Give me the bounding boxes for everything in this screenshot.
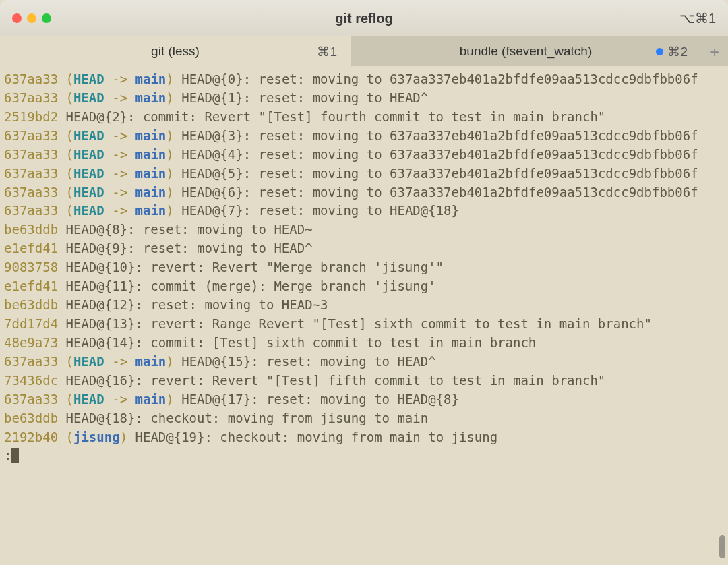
tab-label: git (less) bbox=[151, 44, 200, 59]
paren-open: ( bbox=[66, 128, 73, 143]
tab-shortcut-text: ⌘2 bbox=[667, 44, 688, 59]
traffic-lights bbox=[0, 13, 51, 23]
reflog-line: 637aa33 (HEAD -> main) HEAD@{6}: reset: … bbox=[4, 183, 724, 202]
branch-name: main bbox=[135, 354, 166, 369]
paren-close: ) bbox=[166, 71, 173, 86]
reflog-line: 2519bd2 HEAD@{2}: commit: Revert "[Test]… bbox=[4, 108, 724, 127]
commit-hash: 637aa33 bbox=[4, 147, 58, 162]
commit-hash: 637aa33 bbox=[4, 392, 58, 407]
arrow-icon: -> bbox=[104, 354, 135, 369]
reflog-line: 637aa33 (HEAD -> main) HEAD@{5}: reset: … bbox=[4, 165, 724, 183]
reflog-line: be63ddb HEAD@{18}: checkout: moving from… bbox=[4, 409, 724, 428]
branch-name: main bbox=[135, 166, 166, 181]
commit-hash: 637aa33 bbox=[4, 166, 58, 181]
close-window-button[interactable] bbox=[12, 13, 22, 23]
tab-label: bundle (fsevent_watch) bbox=[460, 44, 592, 59]
reflog-message: HEAD@{15}: reset: moving to HEAD^ bbox=[181, 354, 436, 369]
reflog-line: be63ddb HEAD@{12}: reset: moving to HEAD… bbox=[4, 296, 724, 315]
branch-name: main bbox=[135, 203, 166, 218]
reflog-line: 637aa33 (HEAD -> main) HEAD@{17}: reset:… bbox=[4, 390, 724, 409]
reflog-message: HEAD@{5}: reset: moving to 637aa337eb401… bbox=[181, 166, 698, 181]
reflog-message: HEAD@{11}: commit (merge): Merge branch … bbox=[66, 278, 436, 293]
reflog-line: 48e9a73 HEAD@{14}: commit: [Test] sixth … bbox=[4, 334, 724, 353]
commit-hash: 7dd17d4 bbox=[4, 316, 58, 331]
paren-open: ( bbox=[66, 147, 73, 162]
paren-close: ) bbox=[120, 429, 127, 444]
arrow-icon: -> bbox=[104, 90, 135, 105]
scrollbar-thumb[interactable] bbox=[719, 535, 725, 558]
paren-close: ) bbox=[166, 166, 173, 181]
paren-open: ( bbox=[66, 429, 73, 444]
reflog-message: HEAD@{12}: reset: moving to HEAD~3 bbox=[66, 297, 328, 312]
commit-hash: 637aa33 bbox=[4, 90, 58, 105]
reflog-line: e1efd41 HEAD@{9}: reset: moving to HEAD^ bbox=[4, 239, 724, 258]
prompt-char: : bbox=[4, 448, 11, 463]
arrow-icon: -> bbox=[104, 392, 135, 407]
reflog-message: HEAD@{2}: commit: Revert "[Test] fourth … bbox=[66, 109, 606, 124]
arrow-icon: -> bbox=[104, 128, 135, 143]
reflog-message: HEAD@{16}: revert: Revert "[Test] fifth … bbox=[66, 373, 606, 388]
commit-hash: be63ddb bbox=[4, 411, 58, 425]
tab-shortcut-label: ⌘2 bbox=[656, 44, 688, 59]
reflog-line: 637aa33 (HEAD -> main) HEAD@{1}: reset: … bbox=[4, 89, 724, 108]
reflog-line: 73436dc HEAD@{16}: revert: Revert "[Test… bbox=[4, 371, 724, 390]
reflog-line: 637aa33 (HEAD -> main) HEAD@{4}: reset: … bbox=[4, 146, 724, 165]
reflog-message: HEAD@{14}: commit: [Test] sixth commit t… bbox=[66, 335, 537, 350]
tab-bar: git (less) ⌘1 bundle (fsevent_watch) ⌘2 … bbox=[0, 36, 728, 66]
zoom-window-button[interactable] bbox=[42, 13, 51, 23]
arrow-icon: -> bbox=[104, 203, 135, 218]
head-label: HEAD bbox=[73, 128, 104, 143]
reflog-message: HEAD@{10}: revert: Revert "Merge branch … bbox=[66, 260, 444, 274]
new-tab-button[interactable]: + bbox=[701, 36, 728, 66]
commit-hash: 637aa33 bbox=[4, 354, 58, 369]
commit-hash: 2192b40 bbox=[4, 429, 58, 444]
head-label: HEAD bbox=[73, 71, 104, 86]
reflog-message: HEAD@{18}: checkout: moving from jisung … bbox=[66, 411, 429, 425]
paren-open: ( bbox=[66, 392, 73, 407]
reflog-line: 637aa33 (HEAD -> main) HEAD@{3}: reset: … bbox=[4, 127, 724, 146]
reflog-line: 637aa33 (HEAD -> main) HEAD@{15}: reset:… bbox=[4, 353, 724, 371]
commit-hash: be63ddb bbox=[4, 222, 58, 237]
arrow-icon: -> bbox=[104, 71, 135, 86]
branch-name: main bbox=[135, 147, 166, 162]
paren-close: ) bbox=[166, 354, 173, 369]
less-prompt[interactable]: : bbox=[4, 446, 724, 465]
reflog-message: HEAD@{17}: reset: moving to HEAD@{8} bbox=[181, 392, 459, 407]
reflog-message: HEAD@{19}: checkout: moving from main to… bbox=[135, 429, 498, 444]
head-label: HEAD bbox=[73, 166, 104, 181]
window-title: git reflog bbox=[335, 11, 393, 26]
reflog-message: HEAD@{8}: reset: moving to HEAD~ bbox=[66, 222, 313, 237]
paren-open: ( bbox=[66, 354, 73, 369]
paren-close: ) bbox=[166, 90, 173, 105]
reflog-message: HEAD@{9}: reset: moving to HEAD^ bbox=[66, 241, 313, 256]
commit-hash: 48e9a73 bbox=[4, 335, 58, 350]
arrow-icon: -> bbox=[104, 185, 135, 200]
paren-open: ( bbox=[66, 90, 73, 105]
head-label: HEAD bbox=[73, 90, 104, 105]
tab-bundle-fsevent[interactable]: bundle (fsevent_watch) ⌘2 bbox=[351, 36, 701, 66]
commit-hash: 637aa33 bbox=[4, 203, 58, 218]
terminal-output[interactable]: 637aa33 (HEAD -> main) HEAD@{0}: reset: … bbox=[0, 66, 728, 469]
reflog-message: HEAD@{13}: revert: Range Revert "[Test] … bbox=[66, 316, 652, 331]
paren-close: ) bbox=[166, 392, 173, 407]
window-shortcut-label: ⌥⌘1 bbox=[679, 10, 716, 26]
reflog-line: 637aa33 (HEAD -> main) HEAD@{0}: reset: … bbox=[4, 70, 724, 89]
reflog-message: HEAD@{3}: reset: moving to 637aa337eb401… bbox=[181, 128, 698, 143]
reflog-line: 7dd17d4 HEAD@{13}: revert: Range Revert … bbox=[4, 315, 724, 334]
tab-git-less[interactable]: git (less) ⌘1 bbox=[0, 36, 351, 66]
paren-close: ) bbox=[166, 147, 173, 162]
head-label: HEAD bbox=[73, 185, 104, 200]
activity-indicator-dot bbox=[656, 48, 663, 55]
branch-name: main bbox=[135, 71, 166, 86]
minimize-window-button[interactable] bbox=[27, 13, 36, 23]
branch-name: main bbox=[135, 185, 166, 200]
reflog-line: 9083758 HEAD@{10}: revert: Revert "Merge… bbox=[4, 258, 724, 277]
commit-hash: 73436dc bbox=[4, 373, 58, 388]
reflog-line: e1efd41 HEAD@{11}: commit (merge): Merge… bbox=[4, 277, 724, 296]
arrow-icon: -> bbox=[104, 147, 135, 162]
branch-name: main bbox=[135, 128, 166, 143]
cursor bbox=[11, 448, 19, 463]
paren-open: ( bbox=[66, 185, 73, 200]
reflog-message: HEAD@{0}: reset: moving to 637aa337eb401… bbox=[181, 71, 698, 86]
tab-shortcut-label: ⌘1 bbox=[317, 44, 337, 59]
